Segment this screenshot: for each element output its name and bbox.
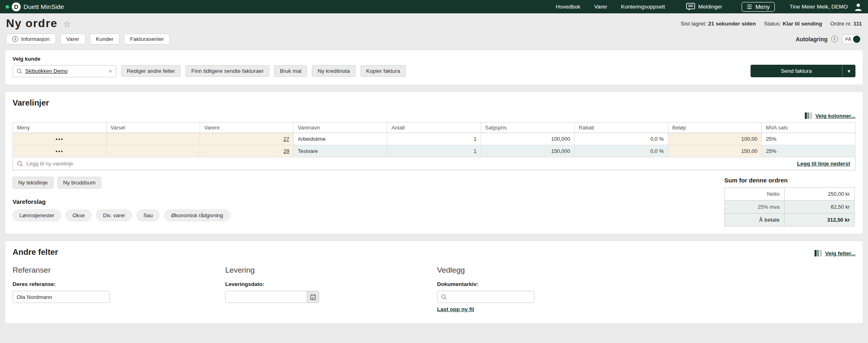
- chip-div-varer[interactable]: Div. varer: [96, 210, 132, 221]
- new-text-line-button[interactable]: Ny tekstlinje: [13, 177, 53, 188]
- sum-row-netto: Netto 250,00 kr: [725, 188, 855, 201]
- customer-label: Velg kunde: [13, 56, 855, 62]
- new-credit-note-button[interactable]: Ny kreditnota: [312, 65, 356, 77]
- row-salgspris-cell[interactable]: 150,000: [481, 145, 574, 157]
- upload-new-file-link[interactable]: Last opp ny fil: [437, 306, 474, 312]
- varenr-link[interactable]: 27: [284, 136, 289, 142]
- delivery-date-input[interactable]: [226, 291, 307, 303]
- col-meny: Meny: [13, 123, 107, 133]
- customer-search-input[interactable]: Skibutikken Demo ×: [13, 65, 116, 77]
- row-varenavn-cell[interactable]: Arbeidstime: [294, 133, 387, 145]
- row-varenavn-cell[interactable]: Testvare: [294, 145, 387, 157]
- duett-logo-icon: D: [12, 2, 21, 11]
- autosave-control: Autolagring i PÅ: [795, 34, 862, 44]
- suggestions-title: Vareforslag: [13, 198, 235, 205]
- sum-title: Sum for denne ordren: [724, 177, 855, 184]
- row-mva-cell[interactable]: 25%: [761, 133, 855, 145]
- row-menu-button[interactable]: •••: [13, 145, 107, 157]
- references-column: Referanser Deres referanse:: [13, 266, 225, 313]
- tab-fakturasenter[interactable]: Fakturasenter: [124, 34, 170, 44]
- order-number: Ordre nr.111: [830, 21, 862, 27]
- col-salgspris: Salgspris: [481, 123, 574, 133]
- your-reference-input[interactable]: [13, 291, 110, 303]
- row-varsel-cell: [107, 145, 200, 157]
- col-mva-sats: MVA sats: [761, 123, 855, 133]
- send-invoice-dropdown[interactable]: ▼: [842, 65, 855, 77]
- last-saved: Sist lagret:21 sekunder siden: [681, 21, 756, 27]
- info-icon: i: [12, 36, 18, 42]
- row-antall-cell[interactable]: 1: [387, 145, 481, 157]
- clear-customer-icon[interactable]: ×: [109, 68, 112, 74]
- suggestion-chips: Lønnstjenester Okse Div. varer Sau Økono…: [13, 210, 235, 226]
- customer-value: Skibutikken Demo: [25, 68, 68, 74]
- other-fields-panel: Andre felter Velg felter... Referanser D…: [5, 241, 863, 323]
- caret-down-icon: ▼: [847, 69, 851, 74]
- order-lines-table: Meny Varsel Varenr. Varenavn Antall Salg…: [13, 122, 855, 157]
- chip-okonomisk-radgivning[interactable]: Økonomisk rådgivning: [164, 210, 230, 221]
- your-reference-label: Deres referanse:: [13, 281, 225, 287]
- document-archive-search-input[interactable]: [437, 291, 534, 303]
- row-belop-cell: 150,00: [668, 145, 761, 157]
- find-sent-invoices-button[interactable]: Finn tidligere sendte fakturaer: [186, 65, 269, 77]
- nav-konteringsoppsett[interactable]: Konteringsoppsett: [621, 4, 665, 10]
- favorite-star-icon[interactable]: ☆: [63, 19, 71, 29]
- nav-hovedbok[interactable]: Hovedbok: [556, 4, 580, 10]
- add-line-row[interactable]: Legg til ny varelinje Legg til linje ned…: [13, 157, 855, 170]
- ellipsis-icon: •••: [55, 148, 64, 154]
- fields-icon: [815, 250, 822, 256]
- order-status: Status:Klar til sending: [764, 21, 822, 27]
- menu-label: Meny: [755, 4, 770, 10]
- use-template-button[interactable]: Bruk mal: [274, 65, 307, 77]
- chip-okse[interactable]: Okse: [66, 210, 92, 221]
- brand-name: Duett MinSide: [23, 3, 64, 11]
- search-icon: [441, 294, 447, 300]
- menu-button[interactable]: ☰ Meny: [742, 2, 775, 12]
- new-subtotal-button[interactable]: Ny bruddsum: [58, 177, 101, 188]
- choose-fields-link[interactable]: Velg felter...: [825, 250, 855, 256]
- row-varenr-cell: 27: [200, 133, 294, 145]
- nav-varer[interactable]: Varer: [594, 4, 607, 10]
- autosave-toggle[interactable]: PÅ: [842, 34, 862, 44]
- tab-informasjon[interactable]: i Informasjon: [6, 34, 56, 44]
- sum-row-mva: 25% mva 62,50 kr: [725, 201, 855, 214]
- col-varsel: Varsel: [107, 123, 200, 133]
- chip-lonnstjenester[interactable]: Lønnstjenester: [13, 210, 61, 221]
- add-line-placeholder: Legg til ny varelinje: [26, 161, 73, 167]
- sum-row-total: Å betale 312,50 kr: [725, 214, 855, 227]
- autosave-info-icon[interactable]: i: [831, 36, 838, 42]
- order-sum-box: Sum for denne ordren Netto 250,00 kr 25%…: [724, 177, 855, 227]
- ellipsis-icon: •••: [55, 136, 64, 142]
- page-title: Ny ordre: [6, 17, 58, 30]
- table-row: ••• 29 Testvare 1 150,000 0,0 % 150,00 2…: [13, 145, 855, 157]
- user-area[interactable]: Tine Meier Melk, DEMO: [789, 3, 862, 11]
- row-antall-cell[interactable]: 1: [387, 133, 481, 145]
- row-rabatt-cell[interactable]: 0,0 %: [574, 133, 668, 145]
- col-rabatt: Rabatt: [574, 123, 668, 133]
- search-icon: [17, 68, 22, 74]
- add-line-bottom-link[interactable]: Legg til linje nederst: [797, 161, 850, 167]
- row-menu-button[interactable]: •••: [13, 133, 107, 145]
- table-header-row: Meny Varsel Varenr. Varenavn Antall Salg…: [13, 123, 855, 133]
- tab-kunder[interactable]: Kunder: [90, 34, 120, 44]
- copy-invoice-button[interactable]: Kopier faktura: [360, 65, 406, 77]
- other-fields-title: Andre felter: [13, 248, 58, 257]
- references-title: Referanser: [13, 266, 225, 275]
- choose-columns-link[interactable]: Velg kolonner...: [815, 113, 855, 119]
- hamburger-icon: ☰: [747, 4, 752, 10]
- columns-icon: [805, 112, 812, 119]
- tab-varer[interactable]: Varer: [60, 34, 85, 44]
- chip-sau[interactable]: Sau: [136, 210, 160, 221]
- order-lines-panel: Varelinjer Velg kolonner... Meny Varsel …: [5, 92, 863, 234]
- col-belop: Beløp: [668, 123, 761, 133]
- delivery-column: Levering Leveringsdato:: [225, 266, 437, 313]
- row-salgspris-cell[interactable]: 100,000: [481, 133, 574, 145]
- row-mva-cell[interactable]: 25%: [761, 145, 855, 157]
- messages-button[interactable]: Meldinger: [686, 3, 722, 11]
- varenr-link[interactable]: 29: [284, 148, 289, 154]
- edit-other-fields-button[interactable]: Rediger andre felter: [121, 65, 181, 77]
- calendar-icon[interactable]: [307, 291, 319, 303]
- send-invoice-button[interactable]: Send faktura ▼: [751, 65, 855, 77]
- status-line: Sist lagret:21 sekunder siden Status:Kla…: [681, 21, 862, 27]
- row-rabatt-cell[interactable]: 0,0 %: [574, 145, 668, 157]
- col-antall: Antall: [387, 123, 481, 133]
